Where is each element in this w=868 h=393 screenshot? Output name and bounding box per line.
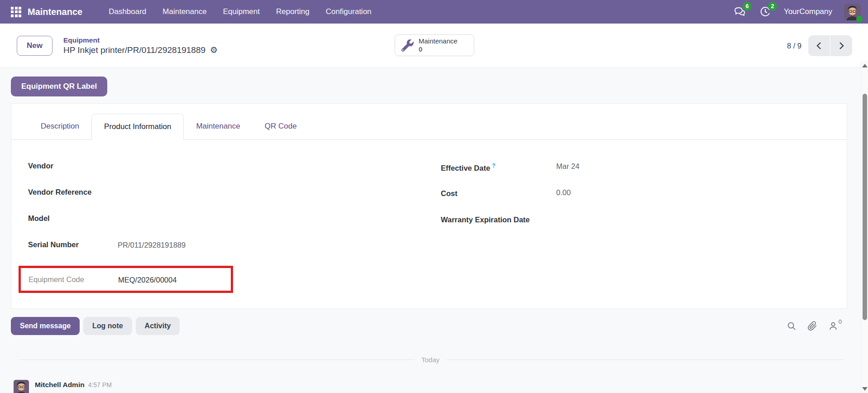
- new-button[interactable]: New: [17, 36, 52, 56]
- breadcrumb-equipment-link[interactable]: Equipment: [63, 36, 218, 44]
- tab-product-information[interactable]: Product Information: [91, 114, 184, 140]
- effective-date-value[interactable]: Mar 24: [556, 161, 579, 171]
- breadcrumb: Equipment HP Inkjet printer/PR/011/29281…: [63, 36, 218, 55]
- chevron-left-icon: [816, 42, 823, 50]
- vendor-reference-label: Vendor Reference: [28, 187, 118, 196]
- chatter-icons: 0: [787, 321, 850, 331]
- equipment-code-label: Equipment Code: [29, 274, 118, 284]
- user-avatar[interactable]: [844, 4, 861, 20]
- product-information-panel: Vendor Vendor Reference Model Serial Num…: [11, 140, 847, 293]
- left-column: Vendor Vendor Reference Model Serial Num…: [28, 161, 413, 293]
- cost-label: Cost: [441, 187, 531, 200]
- smart-button-count: 0: [419, 45, 458, 53]
- attachments-paperclip-icon[interactable]: [807, 321, 817, 331]
- form-sheet: Description Product Information Maintena…: [11, 103, 847, 309]
- chevron-right-icon: [838, 42, 845, 50]
- cost-value[interactable]: 0.00: [556, 187, 571, 197]
- scroll-up-icon[interactable]: [862, 64, 868, 67]
- notebook-tabs: Description Product Information Maintena…: [11, 114, 847, 140]
- message-author[interactable]: Mitchell Admin: [35, 381, 85, 389]
- field-model: Model: [28, 213, 413, 240]
- page: Maintenance Dashboard Maintenance Equipm…: [0, 0, 868, 393]
- equipment-qr-label-button[interactable]: Equipment QR Label: [11, 77, 107, 96]
- messages-icon[interactable]: 6: [733, 5, 747, 19]
- pager-next-button[interactable]: [830, 35, 852, 56]
- scrollbar-thumb[interactable]: [863, 94, 867, 320]
- field-vendor-reference: Vendor Reference: [28, 187, 413, 213]
- vendor-label: Vendor: [28, 161, 118, 170]
- effective-date-label: Effective Date?: [441, 161, 531, 174]
- field-warranty-expiration: Warranty Expiration Date: [441, 213, 829, 240]
- nav-dashboard[interactable]: Dashboard: [100, 3, 154, 21]
- followers-count: 0: [839, 318, 842, 325]
- control-panel: New Equipment HP Inkjet printer/PR/011/2…: [0, 24, 868, 68]
- date-divider: Today: [18, 356, 843, 364]
- serial-number-label: Serial Number: [28, 240, 118, 249]
- right-column: Effective Date? Mar 24 Cost 0.00 Warrant…: [441, 161, 829, 293]
- record-title: HP Inkjet printer/PR/011/2928191889: [63, 45, 205, 55]
- pager-previous-button[interactable]: [808, 35, 830, 56]
- top-navbar: Maintenance Dashboard Maintenance Equipm…: [0, 0, 868, 24]
- followers-icon[interactable]: 0: [828, 321, 842, 331]
- tab-qr-code[interactable]: QR Code: [253, 114, 309, 139]
- app-brand[interactable]: Maintenance: [28, 7, 82, 17]
- pager: 8 / 9: [787, 35, 852, 56]
- pager-value: 8 / 9: [787, 42, 801, 50]
- message-timestamp: 4:57 PM: [88, 381, 112, 388]
- systray: 6 2 YourCompany: [733, 4, 861, 20]
- messages-badge: 6: [743, 2, 752, 11]
- chatter-message: Mitchell Admin 4:57 PM: [14, 380, 861, 393]
- field-vendor: Vendor: [28, 161, 413, 187]
- gear-icon[interactable]: ⚙: [210, 46, 218, 54]
- equipment-code-value[interactable]: MEQ/2026/00004: [118, 274, 176, 284]
- search-messages-icon[interactable]: [787, 321, 796, 331]
- apps-menu-icon[interactable]: [11, 7, 21, 17]
- serial-number-value[interactable]: PR/011/2928191889: [118, 240, 186, 249]
- model-label: Model: [28, 213, 118, 223]
- tab-maintenance[interactable]: Maintenance: [184, 114, 252, 139]
- nav-maintenance[interactable]: Maintenance: [154, 3, 215, 21]
- activities-badge: 2: [768, 2, 777, 11]
- field-equipment-code: Equipment Code MEQ/2026/00004: [29, 274, 231, 284]
- log-note-button[interactable]: Log note: [83, 317, 132, 335]
- activities-clock-icon[interactable]: 2: [758, 5, 772, 19]
- activity-button[interactable]: Activity: [136, 317, 180, 335]
- chatter-toolbar: Send message Log note Activity: [11, 317, 850, 335]
- equipment-code-highlight-box: Equipment Code MEQ/2026/00004: [19, 266, 233, 293]
- send-message-button[interactable]: Send message: [11, 317, 80, 335]
- vertical-scrollbar[interactable]: [861, 61, 868, 393]
- tab-description[interactable]: Description: [29, 114, 91, 139]
- help-tooltip-icon[interactable]: ?: [492, 163, 495, 169]
- nav-equipment[interactable]: Equipment: [215, 3, 268, 21]
- smart-button-label: Maintenance: [419, 37, 458, 45]
- nav-reporting[interactable]: Reporting: [268, 3, 318, 21]
- date-divider-label: Today: [421, 356, 439, 364]
- content-area: Equipment QR Label Description Product I…: [0, 68, 861, 393]
- field-effective-date: Effective Date? Mar 24: [441, 161, 829, 187]
- maintenance-smart-button[interactable]: Maintenance 0: [395, 34, 474, 56]
- warranty-expiration-label: Warranty Expiration Date: [441, 213, 531, 226]
- scroll-down-icon[interactable]: [862, 387, 868, 391]
- field-cost: Cost 0.00: [441, 187, 829, 213]
- message-author-avatar[interactable]: [14, 380, 29, 393]
- field-serial-number: Serial Number PR/011/2928191889: [28, 240, 413, 266]
- online-status-dot: [856, 16, 863, 22]
- nav-configuration[interactable]: Configuration: [318, 3, 380, 21]
- company-name[interactable]: YourCompany: [784, 7, 832, 16]
- wrench-icon: [401, 39, 414, 52]
